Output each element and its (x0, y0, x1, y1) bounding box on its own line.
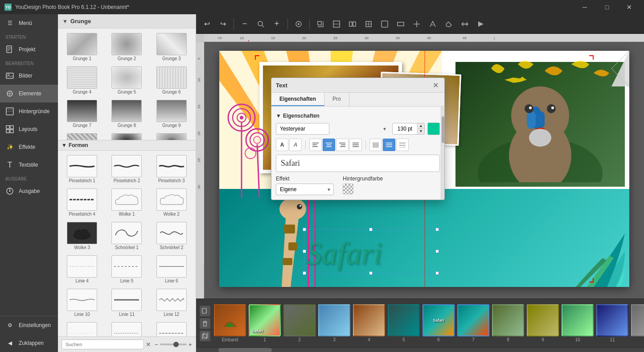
close-button[interactable]: ✕ (619, 0, 640, 14)
align-justify-button[interactable] (349, 139, 362, 151)
formen-item-pinsel2[interactable]: Pinselstrich 2 (105, 153, 148, 185)
thumbnail-2[interactable]: 2 (283, 303, 316, 343)
text-content-input[interactable] (276, 155, 440, 172)
tool-6[interactable] (394, 17, 408, 31)
grunge-section-header[interactable]: ▼ Grunge (58, 14, 196, 29)
grunge-item-7[interactable]: Grunge 7 (61, 98, 103, 130)
zoom-search-button[interactable] (254, 17, 268, 31)
thumbnail-10[interactable]: 10 (561, 303, 595, 343)
search-input[interactable] (62, 340, 144, 349)
formen-item-linie16[interactable]: Linie 16 (61, 320, 103, 336)
hscroll-thumb[interactable] (218, 348, 272, 352)
effect-select[interactable]: Eigene Keine Schatten (276, 184, 334, 195)
sidebar-item-bilder[interactable]: Bilder (0, 67, 58, 85)
grunge-item-10[interactable]: Grunge 10 (61, 131, 103, 140)
grunge-item-9[interactable]: Grunge 9 (150, 98, 193, 130)
thumbnail-5[interactable]: 5 (387, 303, 421, 343)
formen-item-linie11[interactable]: Linie 11 (105, 287, 148, 319)
tool-11[interactable] (474, 17, 488, 31)
grunge-item-11[interactable]: Grunge 11 (105, 131, 148, 140)
formen-item-linie6[interactable]: Linie 6 (150, 254, 193, 285)
horizontal-scrollbar[interactable] (196, 348, 644, 352)
bold-button[interactable]: A (276, 139, 288, 151)
sidebar-item-textstile[interactable]: T Textstile (0, 156, 58, 174)
thumbnail-12[interactable]: 12 (630, 303, 644, 343)
tool-2[interactable] (329, 17, 344, 31)
grunge-item-4[interactable]: Grunge 4 (61, 65, 103, 96)
spacing-btn-1[interactable] (369, 139, 382, 151)
dialog-tab-pro[interactable]: Pro (324, 93, 349, 106)
spacing-btn-3[interactable] (396, 139, 409, 151)
formen-item-schnorkel2[interactable]: Schnörkel 2 (150, 220, 193, 252)
dialog-close-button[interactable]: ✕ (431, 81, 440, 90)
formen-item-linie4[interactable]: Linie 4 (61, 254, 103, 285)
grunge-item-6[interactable]: Grunge 6 (150, 65, 193, 96)
search-clear-button[interactable]: ✕ (146, 341, 151, 348)
thumbnail-3[interactable]: 3 (317, 303, 351, 343)
grunge-item-1[interactable]: Grunge 1 (61, 31, 103, 63)
size-slider[interactable] (160, 344, 187, 345)
sidebar-item-einstellungen[interactable]: ⚙ Einstellungen (0, 316, 58, 334)
grunge-item-3[interactable]: Grunge 3 (150, 31, 193, 63)
sidebar-item-elemente[interactable]: Elemente (0, 85, 58, 102)
sidebar-item-ausgabe[interactable]: Ausgabe (0, 182, 58, 200)
font-select[interactable]: Yesteryear Arial Times New Roman (276, 123, 329, 135)
formen-item-linie17[interactable]: Linie 17 (105, 320, 148, 336)
text-dialog[interactable]: Text ✕ Eigenschaften Pro ▼ Eigenschaft (271, 78, 445, 200)
tool-8[interactable] (426, 17, 440, 31)
grunge-collapse-icon[interactable]: ▼ (62, 18, 68, 25)
size-spin-up[interactable]: ▲ (417, 123, 424, 129)
sidebar-item-zuklappen[interactable]: ◀ Zuklappen (0, 334, 58, 352)
delete-page-button[interactable] (200, 318, 210, 329)
formen-item-wolke1[interactable]: Wolke 1 (105, 187, 148, 218)
formen-item-linie5[interactable]: Linie 5 (105, 254, 148, 285)
thumbnail-1[interactable]: Safari 1 (248, 303, 282, 343)
thumbnail-6[interactable]: Safari 6 (422, 303, 455, 343)
thumbnail-8[interactable]: 8 (491, 303, 525, 343)
formen-item-pinsel3[interactable]: Pinselstrich 3 (150, 153, 193, 185)
formen-item-schnorkel1[interactable]: Schnörkel 1 (105, 220, 148, 252)
formen-item-linie18[interactable]: Linie 18 (150, 320, 193, 336)
tool-7[interactable] (410, 17, 424, 31)
tool-4[interactable] (361, 17, 376, 31)
spacing-btn-2[interactable] (383, 139, 395, 151)
tool-9[interactable] (442, 17, 456, 31)
italic-button[interactable]: A (289, 139, 302, 151)
sidebar-item-projekt[interactable]: Projekt (0, 41, 58, 58)
thumbnail-11[interactable]: 11 (595, 303, 629, 343)
preview-button[interactable] (291, 17, 306, 31)
font-color-swatch[interactable] (427, 123, 440, 135)
zoom-in-button[interactable]: + (270, 17, 284, 31)
font-size-input[interactable] (393, 123, 417, 134)
grunge-item-2[interactable]: Grunge 2 (105, 31, 148, 63)
slider-minus-button[interactable]: − (155, 341, 158, 348)
align-left-button[interactable] (309, 139, 322, 151)
sidebar-item-layouts[interactable]: Layouts (0, 120, 58, 138)
undo-button[interactable]: ↩ (200, 17, 214, 31)
sidebar-item-effekte[interactable]: ✨ Effekte (0, 138, 58, 156)
thumbnail-9[interactable]: 9 (526, 303, 560, 343)
slider-plus-button[interactable]: + (189, 341, 192, 348)
formen-item-wolke2[interactable]: Wolke 2 (150, 187, 193, 218)
sidebar-item-menu[interactable]: ☰ Menü (0, 14, 58, 32)
safari-text-container[interactable]: Safari (304, 229, 438, 274)
thumbnail-cover[interactable]: Einband (213, 303, 247, 343)
thumbnail-4[interactable]: 4 (352, 303, 386, 343)
add-page-button[interactable] (200, 306, 210, 316)
tool-3[interactable] (345, 17, 360, 31)
formen-item-linie12[interactable]: Linie 12 (150, 287, 193, 319)
formen-item-pinsel4[interactable]: Pinselstrich 4 (61, 187, 103, 218)
bg-color-swatch[interactable] (343, 184, 353, 194)
minimize-button[interactable]: ─ (574, 0, 595, 14)
grunge-item-12[interactable]: Grunge 12 (150, 131, 193, 140)
size-spin-down[interactable]: ▼ (417, 129, 424, 134)
formen-item-pinsel1[interactable]: Pinselstrich 1 (61, 153, 103, 185)
grunge-item-8[interactable]: Grunge 8 (105, 98, 148, 130)
dialog-scrollbar-thumb[interactable] (442, 116, 444, 143)
duplicate-page-button[interactable] (200, 331, 210, 341)
tool-10[interactable] (458, 17, 472, 31)
sidebar-item-hintergruende[interactable]: Hintergründe (0, 102, 58, 120)
maximize-button[interactable]: □ (597, 0, 617, 14)
align-right-button[interactable] (336, 139, 349, 151)
formen-section-header[interactable]: ▼ Formen (58, 140, 196, 151)
